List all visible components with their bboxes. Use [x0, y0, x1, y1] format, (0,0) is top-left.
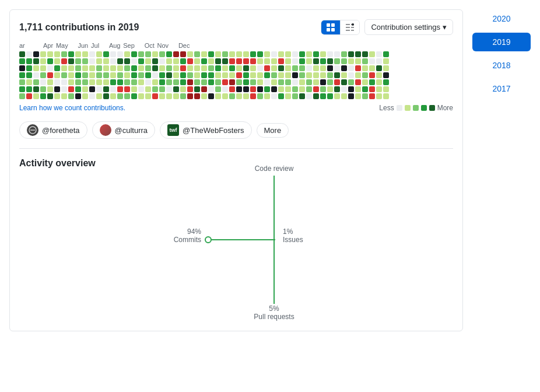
day-cell[interactable] — [257, 65, 263, 71]
day-cell[interactable] — [54, 93, 60, 99]
day-cell[interactable] — [243, 65, 249, 71]
day-cell[interactable] — [299, 86, 305, 92]
day-cell[interactable] — [47, 65, 53, 71]
day-cell[interactable] — [19, 51, 25, 57]
day-cell[interactable] — [348, 86, 354, 92]
day-cell[interactable] — [180, 51, 186, 57]
day-cell[interactable] — [334, 72, 340, 78]
day-cell[interactable] — [208, 93, 214, 99]
day-cell[interactable] — [110, 86, 116, 92]
day-cell[interactable] — [40, 58, 46, 64]
day-cell[interactable] — [341, 86, 347, 92]
day-cell[interactable] — [348, 79, 354, 85]
day-cell[interactable] — [166, 72, 172, 78]
year-2019-button[interactable]: 2019 — [472, 33, 531, 51]
day-cell[interactable] — [201, 86, 207, 92]
day-cell[interactable] — [285, 86, 291, 92]
learn-link[interactable]: Learn how we count contributions. — [19, 104, 125, 112]
day-cell[interactable] — [334, 86, 340, 92]
day-cell[interactable] — [208, 79, 214, 85]
day-cell[interactable] — [19, 65, 25, 71]
day-cell[interactable] — [369, 93, 375, 99]
day-cell[interactable] — [285, 58, 291, 64]
day-cell[interactable] — [376, 65, 382, 71]
day-cell[interactable] — [173, 65, 179, 71]
day-cell[interactable] — [124, 51, 130, 57]
day-cell[interactable] — [145, 51, 151, 57]
day-cell[interactable] — [250, 65, 256, 71]
day-cell[interactable] — [26, 79, 32, 85]
day-cell[interactable] — [264, 93, 270, 99]
day-cell[interactable] — [236, 93, 242, 99]
day-cell[interactable] — [124, 58, 130, 64]
day-cell[interactable] — [341, 93, 347, 99]
day-cell[interactable] — [250, 93, 256, 99]
day-cell[interactable] — [229, 93, 235, 99]
day-cell[interactable] — [306, 51, 312, 57]
day-cell[interactable] — [250, 58, 256, 64]
day-cell[interactable] — [299, 65, 305, 71]
day-cell[interactable] — [173, 86, 179, 92]
day-cell[interactable] — [187, 86, 193, 92]
day-cell[interactable] — [222, 79, 228, 85]
day-cell[interactable] — [313, 58, 319, 64]
day-cell[interactable] — [173, 93, 179, 99]
day-cell[interactable] — [355, 79, 361, 85]
day-cell[interactable] — [229, 65, 235, 71]
day-cell[interactable] — [264, 65, 270, 71]
more-orgs-button[interactable]: More — [257, 123, 289, 138]
day-cell[interactable] — [40, 86, 46, 92]
day-cell[interactable] — [89, 93, 95, 99]
day-cell[interactable] — [33, 58, 39, 64]
day-cell[interactable] — [355, 65, 361, 71]
day-cell[interactable] — [152, 51, 158, 57]
day-cell[interactable] — [82, 65, 88, 71]
day-cell[interactable] — [180, 79, 186, 85]
day-cell[interactable] — [194, 65, 200, 71]
day-cell[interactable] — [369, 72, 375, 78]
day-cell[interactable] — [152, 72, 158, 78]
day-cell[interactable] — [236, 79, 242, 85]
day-cell[interactable] — [222, 51, 228, 57]
day-cell[interactable] — [89, 72, 95, 78]
day-cell[interactable] — [131, 58, 137, 64]
day-cell[interactable] — [243, 79, 249, 85]
day-cell[interactable] — [187, 79, 193, 85]
day-cell[interactable] — [194, 51, 200, 57]
day-cell[interactable] — [124, 79, 130, 85]
day-cell[interactable] — [117, 65, 123, 71]
day-cell[interactable] — [19, 79, 25, 85]
day-cell[interactable] — [68, 79, 74, 85]
day-cell[interactable] — [89, 79, 95, 85]
day-cell[interactable] — [348, 58, 354, 64]
day-cell[interactable] — [306, 58, 312, 64]
day-cell[interactable] — [152, 79, 158, 85]
day-cell[interactable] — [40, 51, 46, 57]
day-cell[interactable] — [243, 93, 249, 99]
day-cell[interactable] — [33, 65, 39, 71]
day-cell[interactable] — [96, 79, 102, 85]
day-cell[interactable] — [264, 79, 270, 85]
day-cell[interactable] — [75, 72, 81, 78]
day-cell[interactable] — [271, 72, 277, 78]
org-foretheta-button[interactable]: @foretheta — [19, 121, 87, 139]
day-cell[interactable] — [138, 72, 144, 78]
day-cell[interactable] — [173, 51, 179, 57]
day-cell[interactable] — [243, 72, 249, 78]
day-cell[interactable] — [348, 65, 354, 71]
day-cell[interactable] — [236, 86, 242, 92]
year-2017-button[interactable]: 2017 — [472, 79, 531, 98]
day-cell[interactable] — [355, 93, 361, 99]
day-cell[interactable] — [26, 51, 32, 57]
year-2018-button[interactable]: 2018 — [472, 56, 531, 75]
day-cell[interactable] — [75, 86, 81, 92]
day-cell[interactable] — [327, 51, 333, 57]
day-cell[interactable] — [299, 51, 305, 57]
day-cell[interactable] — [334, 93, 340, 99]
day-cell[interactable] — [264, 86, 270, 92]
day-cell[interactable] — [348, 51, 354, 57]
day-cell[interactable] — [47, 79, 53, 85]
day-cell[interactable] — [257, 58, 263, 64]
day-cell[interactable] — [383, 79, 389, 85]
day-cell[interactable] — [201, 65, 207, 71]
